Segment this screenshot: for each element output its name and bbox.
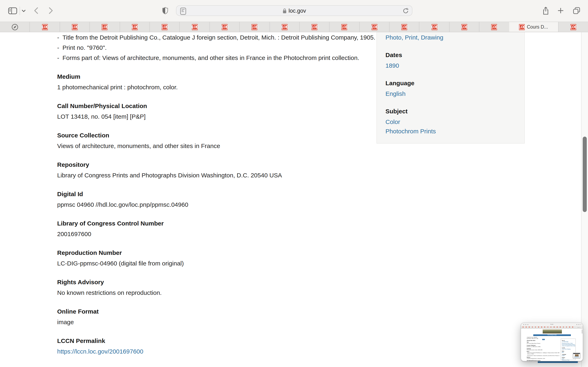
preview-left-column: ( digital file from original ) Download:… <box>527 337 559 361</box>
dates-link[interactable]: 1890 <box>385 61 524 70</box>
section-label: Repository <box>57 160 380 169</box>
loc-favicon: LOC <box>372 24 377 30</box>
tab-loc[interactable]: LOC <box>90 22 120 32</box>
tabs-icon <box>573 7 580 14</box>
tab-loc[interactable]: LOC <box>150 22 180 32</box>
tab-loc[interactable]: LOC <box>330 22 360 32</box>
privacy-shield-icon <box>162 7 168 14</box>
lccn-permalink-link[interactable]: https://lccn.loc.gov/2001697600 <box>57 348 143 355</box>
loc-favicon: LOC <box>311 24 317 30</box>
forward-icon <box>49 7 53 14</box>
preview-text-line: Photochrom Prints <box>562 360 575 361</box>
subject-link-color[interactable]: Color <box>385 117 524 126</box>
note-bullet: - <box>57 33 59 42</box>
preview-text-line: Prints and Photographs Division (1,028,1… <box>562 344 575 345</box>
metadata-section: Source Collection Views of architecture,… <box>57 131 380 150</box>
metadata-section: Library of Congress Control Number 20016… <box>57 219 380 238</box>
loc-favicon: LOC <box>192 24 198 30</box>
loc-favicon: LOC <box>222 24 227 30</box>
preview-page: View Enlarged Image Go ( digital file fr… <box>521 329 583 361</box>
tab-loc[interactable]: LOC <box>300 22 330 32</box>
section-label: Reproduction Number <box>57 248 380 257</box>
loc-favicon: LOC <box>402 24 407 30</box>
browser-toolbar: loc.gov <box>0 0 588 22</box>
permalink-section: LCCN Permalink https://lccn.loc.gov/2001… <box>57 336 380 356</box>
back-button[interactable] <box>34 7 38 14</box>
section-label: Medium <box>57 72 380 81</box>
tab-loc[interactable]: LOC <box>60 22 90 32</box>
forward-button[interactable] <box>49 7 53 14</box>
page-content: - Title from the Detroit Publishing Co.,… <box>0 32 588 367</box>
section-label: LCCN Permalink <box>57 336 380 345</box>
tab-loc[interactable]: LOC <box>240 22 270 32</box>
metadata-sections: Medium 1 photomechanical print : photoch… <box>57 72 380 326</box>
nested-thumbnail-photo <box>575 354 579 356</box>
format-link[interactable]: Photo, Print, Drawing <box>385 33 524 42</box>
reader-button[interactable] <box>180 7 186 17</box>
subject-link-photochrom[interactable]: Photochrom Prints <box>385 127 524 135</box>
note-item: - Print no. "9760". <box>57 43 380 52</box>
address-bar[interactable]: loc.gov <box>176 5 412 16</box>
back-icon <box>34 7 38 14</box>
loc-favicon: LOC <box>102 24 108 30</box>
language-link[interactable]: English <box>385 89 524 98</box>
plus-icon <box>557 7 564 14</box>
privacy-report-button[interactable] <box>162 7 168 14</box>
preview-text-line: 1 photomechanical print : photochrom, co… <box>527 358 559 359</box>
preview-text-line: Download: JPEG (23.7 KB) <box>527 338 559 339</box>
preview-text-line: Photochrom prints--Color--1890-1900. <box>527 350 559 351</box>
tab-loc[interactable]: LOC <box>420 22 450 32</box>
section-label: Source Collection <box>57 131 380 140</box>
metadata-section: Reproduction Number LC-DIG-ppmsc-04960 (… <box>57 248 380 267</box>
loc-favicon: LOC <box>461 24 467 30</box>
item-metadata: - Title from the Detroit Publishing Co.,… <box>57 33 380 366</box>
tab-loc[interactable]: LOC <box>270 22 300 32</box>
screenshot-preview-thumbnail[interactable]: loc.gov Cours D... View Enlarged Image G… <box>521 323 583 361</box>
note-bullet: - <box>57 43 59 52</box>
preview-nested-thumbnail <box>573 353 580 359</box>
nested-thumbnail-button <box>574 357 579 357</box>
section-value: Views of architecture, monuments, and ot… <box>57 142 380 150</box>
section-value: No known restrictions on reproduction. <box>57 288 380 297</box>
tab-loc[interactable]: LOC <box>450 22 480 32</box>
reload-icon <box>403 7 409 14</box>
tab-loc[interactable]: LOC <box>480 22 509 32</box>
metadata-section: Online Format image <box>57 307 380 326</box>
section-label: Library of Congress Control Number <box>57 219 380 227</box>
tab-bar: LOC LOC LOC LOC LOC LOC <box>0 22 588 32</box>
chevron-down-icon <box>22 9 26 13</box>
tab-loc[interactable]: LOC <box>210 22 240 32</box>
new-tab-button[interactable] <box>557 7 564 14</box>
tab-start-page[interactable] <box>0 22 30 32</box>
share-button[interactable] <box>542 7 549 15</box>
preview-text-line: Photo, Print, Drawing <box>562 349 575 350</box>
preview-active-tab: Cours D... <box>577 326 581 327</box>
tab-loc[interactable]: LOC <box>558 22 588 32</box>
facet-subject: Subject Color Photochrom Prints <box>385 107 524 135</box>
tab-overview-button[interactable] <box>573 7 580 14</box>
section-label: Digital Id <box>57 190 380 198</box>
tab-loc[interactable]: LOC <box>389 22 420 32</box>
tab-loc[interactable]: LOC <box>120 22 150 32</box>
tab-loc[interactable]: LOC <box>360 22 389 32</box>
lock-icon <box>282 8 286 13</box>
metadata-section: Repository Library of Congress Prints an… <box>57 160 380 179</box>
sidebar-toggle-button[interactable] <box>8 7 17 14</box>
loc-favicon: LOC <box>432 24 437 30</box>
loc-favicon: LOC <box>282 24 287 30</box>
note-text: Title from the Detroit Publishing Co., C… <box>62 33 375 42</box>
loc-favicon: LOC <box>132 24 138 30</box>
tab-loc[interactable]: LOC <box>180 22 210 32</box>
sidebar-menu-chevron[interactable] <box>22 9 26 13</box>
preview-toolbar: loc.gov <box>521 323 583 326</box>
facet-language: Language English <box>385 79 524 98</box>
section-value: ppmsc 04960 //hdl.loc.gov/loc.pnp/ppmsc.… <box>57 200 380 209</box>
tab-active[interactable]: LOC Cours D... <box>509 22 558 32</box>
scrollbar-thumb[interactable] <box>583 137 587 212</box>
loc-favicon: LOC <box>42 24 48 30</box>
nested-thumbnail-titlebar <box>573 353 580 354</box>
preview-scrollbar <box>582 329 582 334</box>
reload-button[interactable] <box>403 7 409 16</box>
tab-loc[interactable]: LOC <box>30 22 60 32</box>
metadata-section: Call Number/Physical Location LOT 13418,… <box>57 101 380 121</box>
